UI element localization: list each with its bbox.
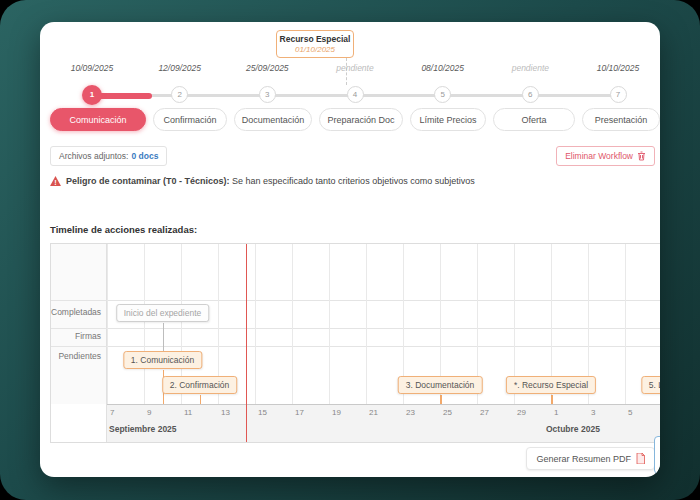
step-date-3: 25/09/2025 [227, 63, 307, 73]
event-connector [440, 395, 442, 404]
event-3-documentacion[interactable]: 3. Documentación [398, 376, 483, 394]
axis-tick: 21 [369, 408, 378, 417]
tab-oferta[interactable]: Oferta [493, 108, 575, 131]
axis-tick: 17 [295, 408, 304, 417]
month-label-septiembre-2025: Septiembre 2025 [109, 424, 177, 434]
axis-tick: 29 [517, 408, 526, 417]
tab-presentacion[interactable]: Presentación [582, 108, 660, 131]
warning-triangle-icon: ! [50, 176, 61, 186]
app-background: Recurso Especial 01/10/2025 10/09/202511… [0, 0, 700, 500]
axis-tick: 9 [147, 408, 151, 417]
generate-pdf-label: Generar Resumen PDF [536, 454, 631, 464]
step-circle-3[interactable]: 3 [259, 86, 276, 103]
event-2-confirmacion[interactable]: 2. Confirmación [162, 376, 238, 394]
event-5-limite-precios[interactable]: 5. Límite Precios [641, 376, 660, 394]
grid-line [625, 244, 626, 404]
tab-documentacion[interactable]: Documentación [234, 108, 312, 131]
grid-line [329, 244, 330, 404]
tab-limite-precios[interactable]: Límite Precios [410, 108, 486, 131]
axis-tick: 19 [332, 408, 341, 417]
trash-icon [637, 151, 646, 161]
svg-text:!: ! [54, 178, 56, 186]
generate-pdf-button[interactable]: Generar Resumen PDF [526, 447, 655, 470]
axis-tick: 15 [258, 408, 267, 417]
step-circle-7[interactable]: 7 [610, 86, 627, 103]
step-circle-4[interactable]: 4 [347, 86, 364, 103]
axis-tick: 27 [480, 408, 489, 417]
step-date-2: 12/09/2025 [140, 63, 220, 73]
step-date-1: 10/09/2025 [52, 63, 132, 73]
row-divider [51, 346, 660, 347]
warning-text: Peligro de contaminar (T0 - Técnicos): S… [66, 176, 475, 186]
pdf-file-icon [636, 453, 645, 464]
tab-confirmacion[interactable]: Confirmación [153, 108, 227, 131]
timeline-heading: Timeline de acciones realizadas: [50, 224, 197, 235]
step-tooltip-date: 01/10/2025 [279, 45, 351, 54]
warning-detail: Se han especificado tanto criterios obje… [232, 176, 475, 186]
row-divider [51, 300, 660, 301]
axis-tick: 23 [406, 408, 415, 417]
grid-line [366, 244, 367, 404]
grid-line [292, 244, 293, 404]
timeline-label-column-footer [51, 404, 107, 442]
today-line [246, 244, 248, 442]
workflow-card: Recurso Especial 01/10/2025 10/09/202511… [40, 22, 660, 477]
row-divider [51, 328, 660, 329]
attachments-count[interactable]: 0 docs [131, 151, 158, 161]
timeline-label-column [51, 244, 107, 404]
step-date-6: pendiente [490, 63, 570, 73]
event--recurso-especial[interactable]: *. Recurso Especial [506, 376, 596, 394]
clipped-edge-button[interactable] [654, 436, 660, 474]
axis-tick: 5 [628, 408, 632, 417]
event-connector [200, 395, 202, 404]
step-tooltip: Recurso Especial 01/10/2025 [276, 30, 354, 58]
step-circle-1[interactable]: 1 [82, 85, 102, 105]
row-label-firmas: Firmas [51, 331, 101, 341]
grid-line [107, 244, 108, 404]
timeline-chart: 7911131517192123252729Septiembre 2025135… [50, 243, 660, 443]
event-connector [163, 323, 164, 351]
month-label-octubre-2025: Octubre 2025 [546, 424, 600, 434]
grid-line [144, 244, 145, 404]
attachments-box: Archivos adjuntos:0 docs [50, 146, 167, 166]
event-connector [551, 395, 553, 404]
axis-tick: 11 [184, 408, 192, 417]
delete-workflow-label: Eliminar Workflow [565, 151, 633, 161]
axis-tick: 3 [591, 408, 595, 417]
warning-banner: ! Peligro de contaminar (T0 - Técnicos):… [50, 176, 475, 186]
axis-tick: 1 [554, 408, 558, 417]
axis-tick: 13 [221, 408, 230, 417]
axis-tick: 7 [110, 408, 114, 417]
axis-tick: 25 [443, 408, 452, 417]
step-circle-5[interactable]: 5 [434, 86, 451, 103]
workflow-tabs: ComunicaciónConfirmaciónDocumentaciónPre… [50, 108, 660, 131]
delete-workflow-button[interactable]: Eliminar Workflow [556, 146, 655, 166]
event-1-comunicacion[interactable]: 1. Comunicación [123, 351, 202, 369]
step-date-4: pendiente [315, 63, 395, 73]
attachments-label: Archivos adjuntos: [59, 151, 128, 161]
step-circle-2[interactable]: 2 [171, 86, 188, 103]
step-circle-6[interactable]: 6 [522, 86, 539, 103]
step-date-5: 08/10/2025 [403, 63, 483, 73]
row-label-pendientes: Pendientes [51, 351, 101, 361]
step-tooltip-title: Recurso Especial [279, 34, 351, 44]
step-date-7: 10/10/2025 [578, 63, 658, 73]
event-inicio-del-expediente[interactable]: Inicio del expediente [116, 304, 210, 322]
grid-line [255, 244, 256, 404]
warning-title: Peligro de contaminar (T0 - Técnicos): [66, 176, 230, 186]
tab-preparacion-doc[interactable]: Preparación Doc [319, 108, 403, 131]
tab-comunicacion[interactable]: Comunicación [50, 108, 146, 131]
row-label-completadas: Completadas [51, 307, 101, 317]
